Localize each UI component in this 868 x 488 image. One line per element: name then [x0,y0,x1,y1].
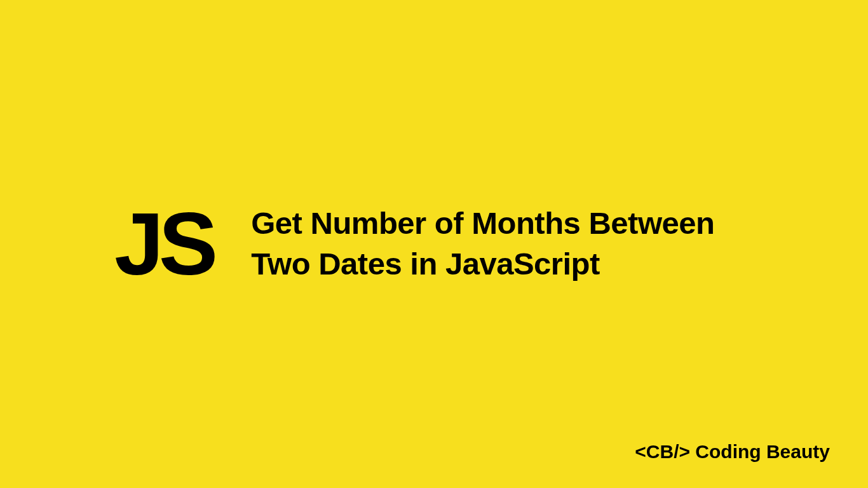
hero-content: JS Get Number of Months Between Two Date… [0,200,868,288]
brand-footer: <CB/> Coding Beauty [635,441,830,463]
javascript-logo: JS [114,200,213,288]
article-title: Get Number of Months Between Two Dates i… [251,203,754,284]
